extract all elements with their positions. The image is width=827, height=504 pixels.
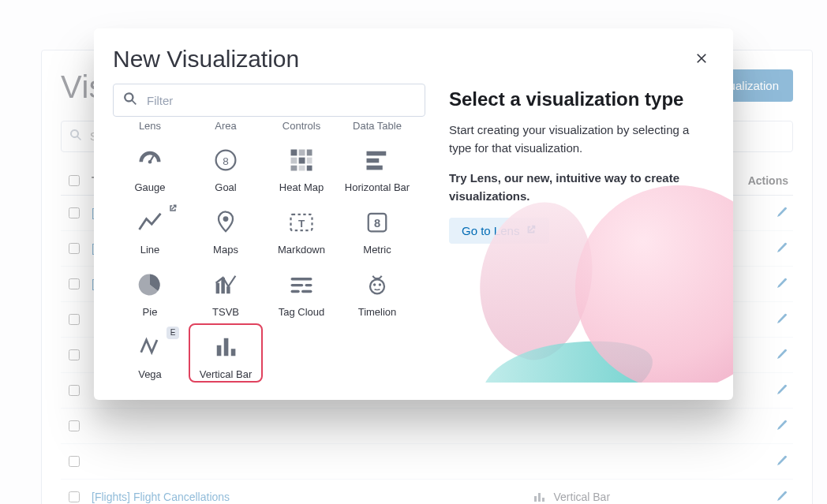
type-option-label: Line bbox=[140, 245, 160, 256]
svg-rect-22 bbox=[291, 166, 297, 171]
type-option-label: Vega bbox=[138, 369, 162, 381]
type-option-label: Timelion bbox=[358, 307, 397, 319]
vega-icon bbox=[133, 330, 167, 364]
type-label: Data Table bbox=[340, 120, 414, 132]
modal-title: New Visualization bbox=[94, 28, 733, 76]
type-row-prev-labels: Lens Area Controls Data Table bbox=[113, 120, 427, 132]
heatmap-icon bbox=[284, 143, 319, 177]
svg-rect-18 bbox=[307, 150, 312, 156]
svg-rect-46 bbox=[231, 349, 236, 356]
hbar-icon bbox=[360, 143, 395, 177]
svg-rect-13 bbox=[149, 155, 154, 162]
goal-icon: 8 bbox=[208, 143, 243, 177]
svg-rect-21 bbox=[307, 158, 312, 164]
svg-text:8: 8 bbox=[374, 217, 380, 230]
svg-rect-26 bbox=[367, 159, 380, 163]
new-visualization-modal: New Visualization Lens Area Controls Dat… bbox=[94, 28, 733, 400]
svg-rect-16 bbox=[291, 150, 297, 156]
type-option-tsvb[interactable]: TSVB bbox=[189, 261, 263, 320]
svg-rect-20 bbox=[299, 158, 305, 164]
description-text: Start creating your visualization by sel… bbox=[449, 121, 708, 157]
svg-rect-23 bbox=[299, 166, 305, 171]
svg-rect-40 bbox=[301, 290, 312, 293]
svg-rect-19 bbox=[291, 158, 297, 164]
type-option-maps[interactable]: Maps bbox=[189, 199, 263, 258]
timelion-icon bbox=[360, 267, 395, 302]
svg-rect-25 bbox=[367, 151, 387, 156]
markdown-icon: T bbox=[284, 205, 319, 240]
type-option-label: Pie bbox=[143, 307, 158, 319]
type-option-metric[interactable]: 8Metric bbox=[340, 199, 414, 258]
svg-rect-36 bbox=[291, 278, 312, 280]
type-label: Area bbox=[189, 120, 263, 132]
type-option-markdown[interactable]: TMarkdown bbox=[264, 199, 339, 258]
type-option-line[interactable]: Line bbox=[113, 199, 187, 258]
type-option-vbar[interactable]: Vertical Bar bbox=[189, 323, 263, 383]
type-picker: Lens Area Controls Data Table Gauge8Goal… bbox=[94, 84, 427, 383]
svg-rect-45 bbox=[224, 338, 229, 357]
tagcloud-icon bbox=[284, 267, 319, 302]
svg-point-42 bbox=[373, 283, 376, 286]
type-option-label: Heat Map bbox=[279, 182, 324, 194]
type-option-label: Metric bbox=[363, 245, 391, 256]
svg-point-43 bbox=[379, 283, 381, 286]
pie-icon bbox=[133, 267, 167, 302]
type-option-label: Maps bbox=[213, 245, 238, 256]
type-option-label: Gauge bbox=[134, 182, 165, 194]
description-heading: Select a visualization type bbox=[449, 88, 708, 110]
search-icon bbox=[123, 91, 137, 109]
metric-icon: 8 bbox=[360, 205, 395, 240]
svg-rect-17 bbox=[299, 150, 305, 156]
svg-rect-38 bbox=[305, 284, 312, 286]
svg-rect-27 bbox=[367, 166, 383, 170]
filter-input-wrapper[interactable] bbox=[113, 84, 425, 117]
svg-point-28 bbox=[223, 216, 229, 222]
type-option-label: TSVB bbox=[212, 307, 239, 319]
svg-rect-39 bbox=[291, 290, 300, 293]
filter-input[interactable] bbox=[145, 93, 415, 108]
experimental-badge: E bbox=[167, 327, 179, 339]
type-label: Lens bbox=[113, 120, 187, 132]
gauge-icon bbox=[133, 143, 167, 177]
svg-text:T: T bbox=[298, 218, 305, 230]
type-option-goal[interactable]: 8Goal bbox=[189, 136, 263, 196]
svg-text:8: 8 bbox=[223, 155, 229, 167]
type-option-heatmap[interactable]: Heat Map bbox=[264, 136, 339, 196]
type-option-pie[interactable]: Pie bbox=[113, 261, 187, 320]
type-option-vega[interactable]: EVega bbox=[113, 323, 187, 383]
type-option-hbar[interactable]: Horizontal Bar bbox=[340, 136, 414, 196]
maps-icon bbox=[208, 205, 243, 240]
type-option-tagcloud[interactable]: Tag Cloud bbox=[264, 261, 339, 320]
close-icon bbox=[696, 53, 707, 67]
line-icon bbox=[133, 205, 167, 240]
type-option-label: Horizontal Bar bbox=[345, 182, 410, 194]
vbar-icon bbox=[208, 330, 243, 364]
type-grid: Gauge8GoalHeat MapHorizontal BarLineMaps… bbox=[113, 136, 414, 383]
description-lens-bold: Try Lens, bbox=[449, 171, 504, 185]
type-option-label: Markdown bbox=[278, 245, 325, 256]
svg-rect-24 bbox=[307, 166, 312, 171]
type-description-panel: Select a visualization type Start creati… bbox=[427, 84, 733, 383]
external-link-icon bbox=[168, 202, 179, 213]
svg-point-41 bbox=[370, 279, 384, 293]
type-option-label: Vertical Bar bbox=[200, 369, 252, 381]
svg-rect-44 bbox=[217, 345, 222, 357]
tsvb-icon bbox=[208, 267, 243, 302]
svg-rect-33 bbox=[216, 283, 220, 294]
type-option-label: Tag Cloud bbox=[279, 307, 325, 319]
type-option-gauge[interactable]: Gauge bbox=[113, 136, 187, 196]
svg-rect-37 bbox=[291, 284, 304, 286]
type-label: Controls bbox=[264, 120, 339, 132]
type-option-timelion[interactable]: Timelion bbox=[340, 261, 414, 320]
type-option-label: Goal bbox=[215, 182, 236, 194]
close-modal-button[interactable] bbox=[686, 44, 717, 76]
